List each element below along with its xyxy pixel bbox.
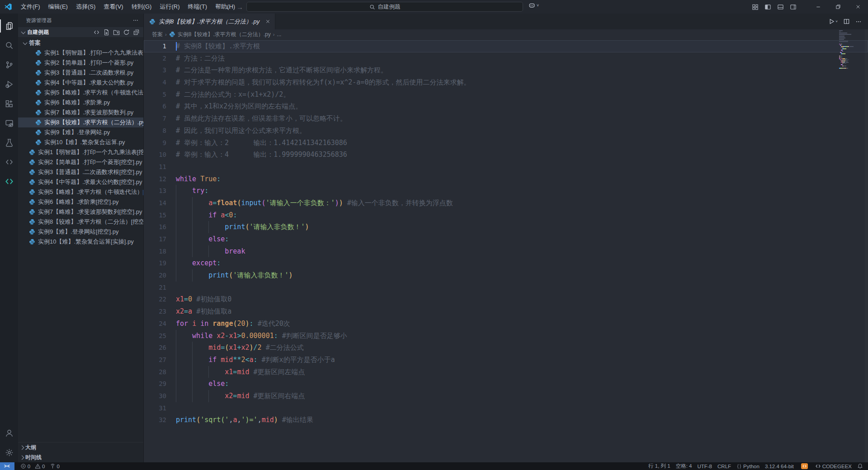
codegeex-icon[interactable] (0, 152, 18, 172)
remote-explorer-icon[interactable] (0, 113, 18, 133)
new-file-icon[interactable] (103, 29, 110, 36)
new-folder-icon[interactable] (113, 29, 120, 36)
code-token: in (200, 320, 208, 328)
code-editor[interactable]: 1# 实例8【较难】.求平方根2# 方法：二分法3# 二分法是一种常用的求根方法… (144, 39, 868, 462)
minimize-button[interactable] (808, 0, 828, 14)
copilot-button[interactable]: ˅ (528, 1, 539, 9)
close-tab-icon[interactable] (265, 19, 270, 24)
tree-item[interactable]: 实例9【难】.登录网站.py (18, 127, 143, 137)
test-icon[interactable] (0, 133, 18, 152)
tree-item-label: 实例7【略难】.求斐波那契数列.py (44, 108, 133, 117)
editor-tab[interactable]: 实例8【较难】.求平方根（二分法）.py (144, 14, 275, 29)
explorer-section-header[interactable]: 自建例题 (18, 27, 143, 37)
statusbar-codegeex-badge[interactable] (797, 462, 812, 470)
search-icon (369, 4, 375, 10)
statusbar-python-interpreter[interactable]: 3.12.4 64-bit (763, 462, 796, 470)
command-center-search[interactable]: 自建例题 (246, 2, 523, 12)
more-actions-icon[interactable] (855, 19, 862, 25)
menu-item[interactable]: 查看(V) (99, 2, 127, 12)
collapse-all-icon[interactable] (133, 29, 140, 36)
line-number: 22 (144, 293, 166, 306)
search-icon[interactable] (0, 36, 18, 55)
statusbar-codegeex[interactable]: CODEGEEX (813, 462, 854, 470)
statusbar-warnings[interactable]: 0 (33, 462, 47, 470)
breadcrumb-symbol[interactable]: ... (277, 31, 281, 38)
menu-item[interactable]: 编辑(E) (44, 2, 72, 12)
menu-item[interactable]: 选择(S) (72, 2, 99, 12)
tree-item[interactable]: 实例7【略难】.求斐波那契数列.py (18, 108, 143, 118)
tree-item-label: 实例8【较难】.求平方根（二分法）[挖空].py (38, 218, 143, 226)
account-icon[interactable] (0, 423, 18, 443)
tree-item[interactable]: 实例6【略难】.求阶乘.py (18, 98, 143, 108)
statusbar-cursor-position[interactable]: 行 1, 列 1 (646, 462, 673, 470)
tree-item[interactable]: 实例3【普通题】.二次函数求根[挖空].py (18, 167, 143, 177)
statusbar-ports[interactable]: 0 (47, 462, 62, 470)
close-button[interactable] (848, 0, 868, 14)
tree-item[interactable]: 实例9【难】.登录网站[挖空].py (18, 227, 143, 237)
tree-item[interactable]: 实例8【较难】.求平方根（二分法）.py (18, 118, 143, 127)
tree-item[interactable]: 实例4【中等题】.求最大公约数[挖空].py (18, 177, 143, 187)
code-token: #迭代20次 (258, 320, 290, 328)
menu-item[interactable]: 文件(F) (17, 2, 44, 12)
tree-item[interactable]: 实例3【普通题】.二次函数求根.py (18, 68, 143, 78)
code-token: '请输入一个非负数：' (266, 199, 335, 207)
editor-scrollbar[interactable] (865, 29, 868, 462)
codegeex-colored-icon[interactable] (0, 172, 18, 191)
tree-item[interactable]: 实例7【略难】.求斐波那契数列[挖空].py (18, 207, 143, 217)
statusbar-eol[interactable]: CRLF (715, 462, 733, 470)
tree-item[interactable]: 实例6【略难】.求阶乘[挖空].py (18, 197, 143, 207)
menu-item[interactable]: 运行(R) (156, 2, 184, 12)
statusbar-indentation[interactable]: 空格: 4 (674, 462, 694, 470)
breadcrumb-file[interactable]: 实例8【较难】.求平方根（二分法）.py (178, 31, 271, 38)
forward-icon[interactable]: → (236, 3, 243, 11)
tree-item-label: 实例4【中等题】.求最大公约数[挖空].py (38, 178, 142, 186)
more-actions-icon[interactable] (132, 17, 139, 24)
statusbar-errors[interactable]: 0 (18, 462, 33, 470)
toggle-sidebar-icon[interactable] (764, 4, 771, 10)
code-token: # 实例8【较难】.求平方根 (176, 42, 260, 50)
tree-item[interactable]: 实例2【简单题】.打印一个菱形.py (18, 58, 143, 68)
statusbar-language-mode[interactable]: Python (734, 462, 762, 470)
source-control-icon[interactable] (0, 55, 18, 75)
extensions-icon[interactable] (0, 94, 18, 113)
timeline-pane-header[interactable]: 时间线 (18, 452, 143, 462)
title-bar: 文件(F)编辑(E)选择(S)查看(V)转到(G)运行(R)终端(T)帮助(H)… (0, 0, 868, 14)
tree-item[interactable]: 实例5【略难】.求平方根（牛顿迭代法）.py (18, 88, 143, 98)
back-icon[interactable]: ← (225, 3, 232, 11)
tree-item[interactable]: 实例2【简单题】.打印一个菱形[挖空].py (18, 157, 143, 167)
statusbar-notifications-bell[interactable] (855, 462, 865, 470)
remote-indicator[interactable]: >< (0, 462, 14, 470)
menu-item[interactable]: 终端(T) (184, 2, 211, 12)
explorer-icon[interactable] (0, 16, 18, 36)
settings-gear-icon[interactable] (0, 443, 18, 462)
minimap[interactable] (839, 30, 864, 69)
tree-item[interactable]: 实例1【弱智题】.打印一个九九乘法表[挖空].py (18, 147, 143, 157)
tree-item[interactable]: 实例8【较难】.求平方根（二分法）[挖空].py (18, 217, 143, 227)
codegeex-chat-icon[interactable] (93, 29, 100, 36)
code-token: # 对于求平方根的问题，我们可以将方程转化为f(x)=x^2-a=0的形式，然后… (176, 78, 470, 86)
customize-layout-icon[interactable] (752, 4, 759, 10)
statusbar-encoding-text: UTF-8 (697, 464, 712, 469)
breadcrumb-folder[interactable]: 答案 (152, 31, 163, 38)
indent-guide (176, 221, 192, 233)
toggle-secondary-sidebar-icon[interactable] (790, 4, 797, 10)
tree-item[interactable]: 实例10【难】.繁杂复合运算.py (18, 137, 143, 147)
run-python-file-icon[interactable]: ˅ (828, 18, 838, 25)
toggle-panel-icon[interactable] (777, 4, 784, 10)
statusbar-encoding[interactable]: UTF-8 (695, 462, 714, 470)
tree-item[interactable]: 实例10【难】.繁杂复合运算[实操].py (18, 237, 143, 247)
tree-item[interactable]: 实例1【弱智题】.打印一个九九乘法表.py (18, 48, 143, 58)
outline-pane-header[interactable]: 大纲 (18, 442, 143, 452)
split-editor-icon[interactable] (843, 18, 850, 25)
run-debug-icon[interactable] (0, 75, 18, 94)
menu-item[interactable]: 转到(G) (127, 2, 156, 12)
tree-item[interactable]: 实例5【略难】.求平方根（牛顿迭代法）[挖空].py (18, 187, 143, 197)
statusbar-errors-text: 0 (28, 464, 30, 469)
tree-item[interactable]: 实例4【中等题】.求最大公约数.py (18, 78, 143, 88)
python-file-icon (35, 139, 42, 146)
tree-folder[interactable]: 答案 (18, 38, 143, 48)
refresh-icon[interactable] (123, 29, 130, 36)
tree-item-label: 实例6【略难】.求阶乘[挖空].py (38, 198, 118, 206)
restore-button[interactable] (828, 0, 848, 14)
code-token: float (217, 199, 237, 207)
